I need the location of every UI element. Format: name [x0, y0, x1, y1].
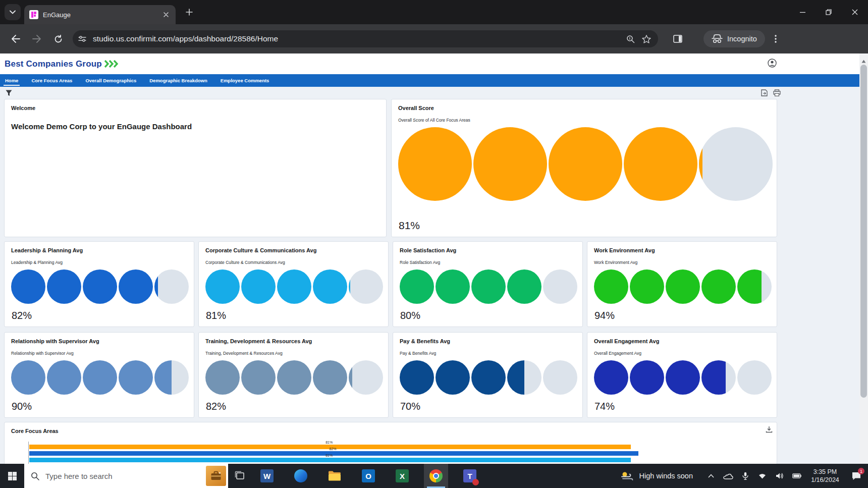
dashboard-nav: HomeCore Focus AreasOverall Demographics…: [0, 74, 868, 87]
clock-time: 3:35 PM: [806, 468, 844, 476]
reload-button[interactable]: [49, 30, 67, 47]
nav-tab-demographic-breakdown[interactable]: Demographic Breakdown: [149, 74, 207, 87]
site-settings-icon: [78, 35, 86, 42]
nav-tab-employee-comments[interactable]: Employee Comments: [221, 74, 269, 87]
outlook-icon: O: [362, 469, 375, 482]
metric-card-overall-engagement-avg: Overall Engagement AvgOverall Engagement…: [587, 332, 777, 418]
chrome-taskbar-button[interactable]: [424, 464, 448, 488]
search-highlight-button[interactable]: [206, 466, 226, 486]
browser-menu-button[interactable]: [767, 30, 784, 47]
taskbar-apps: WOXT: [255, 464, 482, 488]
gauge-circle: [630, 360, 664, 395]
file-explorer-icon: [328, 470, 341, 481]
teams-taskbar-button[interactable]: T: [458, 464, 482, 488]
gauge-circle-fill: [594, 269, 628, 304]
browser-tab[interactable]: EnGauge: [24, 5, 176, 24]
metric-card-title: Work Environment Avg: [587, 242, 777, 253]
tray-speaker-icon[interactable]: [773, 464, 786, 488]
bookmark-star-icon[interactable]: [642, 35, 651, 43]
new-tab-button[interactable]: [182, 5, 196, 19]
excel-taskbar-button[interactable]: X: [390, 464, 414, 488]
plus-icon: [186, 9, 193, 16]
site-header: Best Companies Group: [0, 53, 868, 74]
taskbar-search-box[interactable]: Type here to search: [24, 464, 228, 488]
url-bar[interactable]: studio.us.confirmit.com/apps/dashboard/2…: [73, 30, 658, 47]
windows-taskbar: Type here to search WOXT High winds soon: [0, 464, 868, 488]
gauge-circle-fill: [313, 360, 347, 395]
window-restore-button[interactable]: [816, 0, 842, 24]
gauge-circle: [701, 269, 736, 304]
metric-card-subtitle: Work Environment Avg: [587, 253, 777, 265]
export-icon[interactable]: [761, 89, 768, 96]
task-view-button[interactable]: [228, 464, 252, 488]
download-chart-button[interactable]: [766, 426, 773, 435]
browser-toolbar: studio.us.confirmit.com/apps/dashboard/2…: [0, 24, 868, 53]
teams-notification-badge: [472, 479, 479, 485]
tab-search-button[interactable]: [5, 4, 21, 20]
outlook-taskbar-button[interactable]: O: [356, 464, 381, 488]
metric-gauge: [587, 360, 777, 395]
gauge-circle: [47, 360, 81, 395]
user-menu-button[interactable]: [768, 59, 777, 70]
tray-chevron-up-icon[interactable]: [704, 464, 718, 488]
metric-percent-value: 90%: [12, 401, 32, 412]
tray-cloud-icon[interactable]: [721, 464, 735, 488]
core-card-title: Core Focus Areas: [5, 422, 777, 434]
gauge-circle: [543, 269, 577, 304]
close-icon: [164, 12, 169, 17]
page-scrollbar[interactable]: [859, 53, 868, 464]
scrollbar-up-arrow[interactable]: [861, 56, 866, 65]
gauge-circle: [119, 360, 153, 395]
window-close-button[interactable]: [842, 0, 868, 24]
gauge-circle: [737, 360, 772, 395]
gauge-circle-fill: [666, 269, 700, 304]
gauge-circle: [737, 269, 772, 304]
gauge-circle: [11, 360, 45, 395]
core-bar: [29, 458, 631, 462]
file-explorer-taskbar-button[interactable]: [322, 464, 347, 488]
metric-card-subtitle: Training, Development & Resources Avg: [199, 344, 388, 356]
start-button[interactable]: [0, 464, 24, 488]
forward-button[interactable]: [28, 30, 45, 47]
gauge-circle-fill: [11, 269, 45, 304]
taskbar-clock[interactable]: 3:35 PM 1/16/2024: [806, 468, 844, 484]
action-center-button[interactable]: 1: [845, 464, 868, 488]
gauge-circle: [666, 360, 700, 395]
word-taskbar-button[interactable]: W: [255, 464, 279, 488]
back-button[interactable]: [7, 30, 24, 47]
nav-tab-overall-demographics[interactable]: Overall Demographics: [85, 74, 136, 87]
tray-battery-icon[interactable]: [790, 464, 803, 488]
metric-card-title: Role Satisfaction Avg: [393, 242, 582, 253]
metric-percent-value: 82%: [206, 401, 226, 412]
gauge-circle-fill: [11, 360, 45, 395]
metric-card-pay-benefits-avg: Pay & Benefits AvgPay & Benefits Avg70%: [393, 332, 583, 418]
metric-card-subtitle: Overall Engagement Avg: [587, 344, 777, 356]
gauge-circle-fill: [507, 269, 541, 304]
edge-taskbar-button[interactable]: [289, 464, 313, 488]
url-text[interactable]: studio.us.confirmit.com/apps/dashboard/2…: [93, 34, 626, 43]
incognito-hat-icon: [712, 34, 723, 43]
funnel-icon[interactable]: [6, 90, 12, 96]
gauge-circle-fill: [666, 360, 700, 395]
weather-widget[interactable]: High winds soon: [614, 464, 700, 488]
window-minimize-button[interactable]: [789, 0, 816, 24]
site-info-button[interactable]: [76, 32, 89, 45]
print-icon[interactable]: [773, 89, 781, 96]
gauge-circle: [154, 360, 189, 395]
tray-network-icon[interactable]: [755, 464, 769, 488]
tab-close-button[interactable]: [161, 10, 171, 19]
incognito-badge[interactable]: Incognito: [703, 30, 765, 47]
gauge-circle-fill: [737, 269, 762, 304]
side-panel-button[interactable]: [669, 30, 686, 47]
excel-icon: X: [396, 469, 409, 482]
gauge-circle-fill: [349, 269, 350, 304]
zoom-search-icon[interactable]: [626, 35, 635, 43]
nav-tab-core-focus-areas[interactable]: Core Focus Areas: [31, 74, 72, 87]
gauge-circle: [630, 269, 664, 304]
gauge-circle-fill: [277, 360, 311, 395]
scrollbar-thumb[interactable]: [860, 65, 867, 398]
browser-tabstrip: EnGauge: [0, 0, 868, 24]
metric-card-title: Relationship with Supervisor Avg: [5, 333, 194, 344]
nav-tab-home[interactable]: Home: [5, 74, 18, 87]
tray-mic-icon[interactable]: [738, 464, 752, 488]
